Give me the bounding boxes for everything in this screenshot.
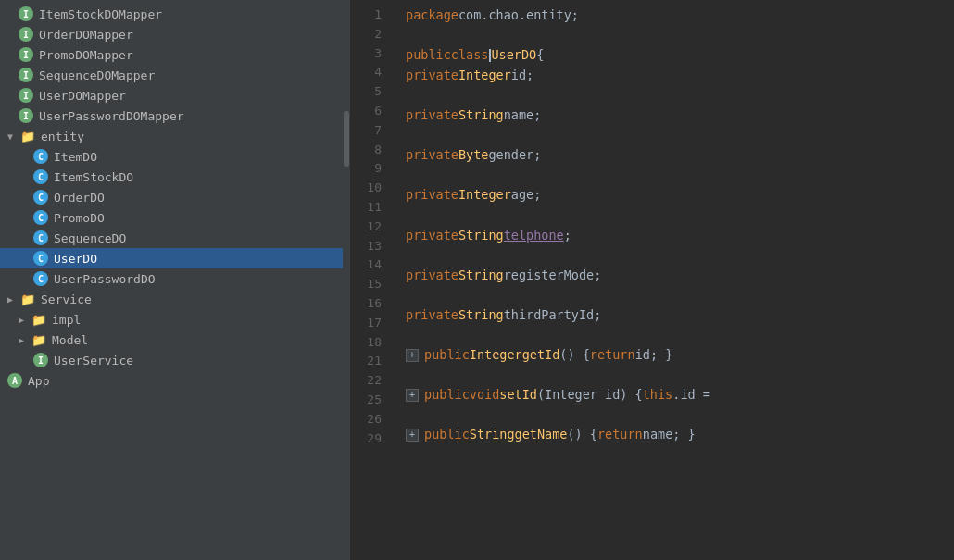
line-number: 6 [350, 102, 382, 121]
code-token: public [424, 345, 470, 366]
sidebar-item-item-userservice[interactable]: IUserService [0, 350, 343, 370]
scrollbar-thumb[interactable] [344, 111, 349, 167]
class-icon: C [33, 149, 48, 164]
class-icon: C [33, 210, 48, 225]
code-token: private [406, 226, 458, 246]
code-line [406, 445, 939, 466]
class-icon: C [33, 271, 48, 286]
tree-item-label: UserDOMapper [39, 89, 126, 103]
code-token: private [406, 266, 458, 286]
line-number: 22 [350, 371, 382, 391]
expand-button[interactable]: + [406, 429, 419, 442]
line-number: 14 [350, 255, 382, 275]
sidebar-item-item-itemstockdo[interactable]: CItemStockDO [0, 167, 343, 187]
code-token: String [458, 226, 504, 246]
sidebar-item-item-promodo[interactable]: CPromoDO [0, 207, 343, 228]
code-line: + public String getName() { return name;… [406, 425, 939, 445]
code-token: (Integer id) { [537, 385, 643, 405]
sidebar-item-folder-model[interactable]: ▶📁Model [0, 330, 343, 350]
line-number: 21 [350, 352, 382, 371]
line-numbers: 1234567891011121314151617182122252629 [350, 0, 391, 560]
code-token: getName [515, 425, 568, 445]
code-line [406, 366, 939, 386]
line-number: 29 [350, 429, 382, 449]
code-token: id; [511, 66, 533, 86]
code-token: ; [564, 226, 571, 246]
code-token: id; } [635, 345, 673, 366]
sidebar-item-folder-entity[interactable]: ▼📁entity [0, 126, 343, 146]
sidebar-item-item-userpwdo[interactable]: CUserPasswordDO [0, 268, 343, 289]
code-token: name; [504, 106, 542, 126]
sidebar-item-item-itemdo[interactable]: CItemDO [0, 146, 343, 167]
tree-item-label: impl [52, 313, 81, 327]
line-number: 9 [350, 159, 382, 179]
code-token: setId [499, 385, 537, 405]
code-line: private String thirdPartyId; [406, 305, 939, 326]
sidebar-item-item-userpwmapper[interactable]: IUserPasswordDOMapper [0, 106, 343, 126]
line-number: 4 [350, 63, 382, 82]
line-number: 13 [350, 237, 382, 256]
line-number: 10 [350, 179, 382, 198]
line-number: 5 [350, 82, 382, 102]
code-token: name; } [643, 425, 696, 445]
expand-button[interactable]: + [406, 389, 419, 402]
code-token: String [470, 425, 515, 445]
code-token: age; [511, 185, 542, 205]
sidebar-item-item-app[interactable]: AApp [0, 370, 343, 391]
line-number: 7 [350, 121, 382, 141]
tree-item-label: UserService [54, 354, 133, 367]
code-token: { [536, 45, 544, 66]
line-number: 12 [350, 218, 382, 237]
sidebar-scrollbar[interactable] [343, 0, 350, 560]
sidebar-item-item-stockmapper[interactable]: IItemStockDOMapper [0, 4, 343, 24]
tree-item-label: ItemStockDO [54, 170, 133, 184]
code-token: private [406, 145, 458, 166]
sidebar-item-item-sequencedo[interactable]: CSequenceDO [0, 228, 343, 248]
code-token: com.chao.entity; [458, 6, 579, 26]
chevron-right-icon: ▶ [19, 335, 30, 345]
interface-icon: I [33, 353, 48, 367]
code-line: private Integer age; [406, 185, 939, 205]
tree-item-label: OrderDO [54, 191, 105, 205]
folder-icon: 📁 [31, 332, 46, 347]
code-token: () { [559, 345, 590, 366]
code-line [406, 85, 939, 106]
sidebar-item-item-usermapper[interactable]: IUserDOMapper [0, 85, 343, 106]
folder-icon: 📁 [31, 312, 46, 327]
code-token: this [643, 385, 673, 405]
class-icon: C [33, 169, 48, 184]
code-line: private Integer id; [406, 66, 939, 86]
code-line [406, 205, 939, 226]
sidebar-item-item-userdo[interactable]: CUserDO [0, 248, 343, 268]
tree-item-label: ItemStockDOMapper [39, 7, 162, 21]
code-token: () { [567, 425, 597, 445]
sidebar-item-folder-service[interactable]: ▶📁Service [0, 289, 343, 309]
folder-closed-icon: 📁 [20, 292, 35, 306]
code-line: + public Integer getId() { return id; } [406, 345, 939, 366]
code-token: Byte [458, 145, 489, 166]
code-token: return [597, 425, 643, 445]
interface-icon: I [19, 108, 33, 123]
interface-icon: I [19, 6, 33, 21]
sidebar-item-item-sequencemapper[interactable]: ISequenceDOMapper [0, 65, 343, 85]
line-number: 8 [350, 141, 382, 160]
code-line [406, 26, 939, 46]
tree-item-label: PromoDOMapper [39, 48, 133, 62]
code-line: private String registerMode; [406, 266, 939, 286]
expand-button[interactable]: + [406, 349, 419, 362]
sidebar-item-item-orderdo[interactable]: COrderDO [0, 187, 343, 207]
code-line: public class UserDO { [406, 45, 939, 66]
tree-item-label: PromoDO [54, 211, 105, 225]
sidebar-item-folder-impl[interactable]: ▶📁impl [0, 309, 343, 330]
tree-item-label: entity [41, 130, 84, 143]
line-number: 1 [350, 6, 382, 25]
tree-item-label: UserPasswordDOMapper [39, 109, 184, 123]
folder-open-icon: 📁 [20, 129, 35, 143]
sidebar-item-item-promomapper[interactable]: IPromoDOMapper [0, 44, 343, 65]
line-number: 16 [350, 294, 382, 314]
code-token: String [458, 305, 504, 326]
code-editor: 1234567891011121314151617182122252629 pa… [350, 0, 954, 560]
sidebar-item-item-ordermapper[interactable]: IOrderDOMapper [0, 24, 343, 44]
code-token: String [458, 106, 504, 126]
code-token: .id = [672, 385, 710, 405]
